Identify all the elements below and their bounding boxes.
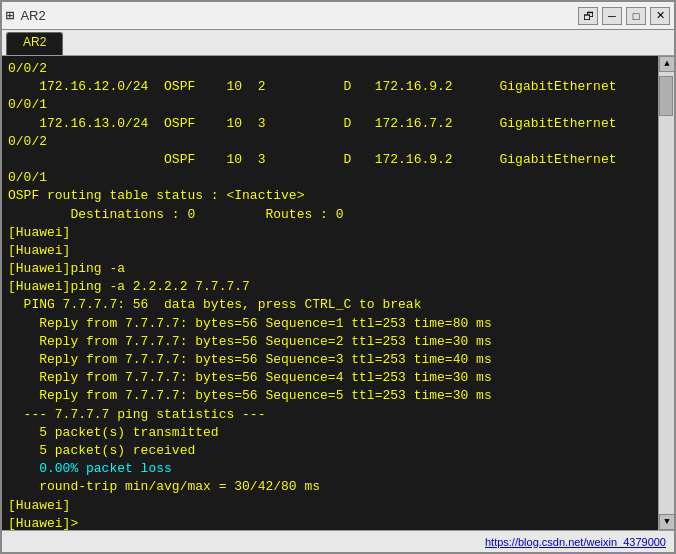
terminal-line: --- 7.7.7.7 ping statistics --- [8, 406, 652, 424]
terminal-line: 0/0/1 [8, 169, 652, 187]
status-bar: https://blog.csdn.net/weixin_4379000 [2, 530, 674, 552]
terminal-line: [Huawei]> [8, 515, 652, 530]
terminal-line: Reply from 7.7.7.7: bytes=56 Sequence=2 … [8, 333, 652, 351]
scroll-up-button[interactable]: ▲ [659, 56, 674, 72]
scroll-thumb[interactable] [659, 76, 673, 116]
title-bar: ⊞ AR2 🗗 ─ □ ✕ [2, 2, 674, 30]
maximize-button[interactable]: □ [626, 7, 646, 25]
terminal-line: Reply from 7.7.7.7: bytes=56 Sequence=4 … [8, 369, 652, 387]
terminal-line: Destinations : 0 Routes : 0 [8, 206, 652, 224]
scroll-track[interactable] [659, 72, 674, 514]
terminal-line: Reply from 7.7.7.7: bytes=56 Sequence=5 … [8, 387, 652, 405]
main-window: ⊞ AR2 🗗 ─ □ ✕ AR2 0/0/2 172.16.12.0/24 O… [0, 0, 676, 554]
app-icon: ⊞ [6, 7, 14, 24]
title-bar-left: ⊞ AR2 [6, 7, 46, 24]
scroll-down-button[interactable]: ▼ [659, 514, 674, 530]
close-button[interactable]: ✕ [650, 7, 670, 25]
terminal-line: 172.16.13.0/24 OSPF 10 3 D 172.16.7.2 Gi… [8, 115, 652, 133]
terminal-output[interactable]: 0/0/2 172.16.12.0/24 OSPF 10 2 D 172.16.… [2, 56, 658, 530]
terminal-line: [Huawei] [8, 242, 652, 260]
scrollbar[interactable]: ▲ ▼ [658, 56, 674, 530]
terminal-line: [Huawei]ping -a 2.2.2.2 7.7.7.7 [8, 278, 652, 296]
terminal-line: Reply from 7.7.7.7: bytes=56 Sequence=3 … [8, 351, 652, 369]
terminal-line: 0/0/1 [8, 96, 652, 114]
terminal-line: 0.00% packet loss [8, 460, 652, 478]
terminal-line: 0/0/2 [8, 133, 652, 151]
terminal-line: round-trip min/avg/max = 30/42/80 ms [8, 478, 652, 496]
title-bar-controls: 🗗 ─ □ ✕ [578, 7, 670, 25]
terminal-line: 0/0/2 [8, 60, 652, 78]
terminal-line: OSPF routing table status : <Inactive> [8, 187, 652, 205]
terminal-line: 172.16.12.0/24 OSPF 10 2 D 172.16.9.2 Gi… [8, 78, 652, 96]
terminal-line: 5 packet(s) transmitted [8, 424, 652, 442]
window-title: AR2 [20, 8, 45, 23]
terminal-wrapper: 0/0/2 172.16.12.0/24 OSPF 10 2 D 172.16.… [2, 56, 674, 530]
terminal-line: OSPF 10 3 D 172.16.9.2 GigabitEthernet [8, 151, 652, 169]
minimize-button[interactable]: ─ [602, 7, 622, 25]
restore-button[interactable]: 🗗 [578, 7, 598, 25]
terminal-line: [Huawei] [8, 497, 652, 515]
terminal-line: PING 7.7.7.7: 56 data bytes, press CTRL_… [8, 296, 652, 314]
tab-ar2[interactable]: AR2 [6, 32, 63, 55]
terminal-line: Reply from 7.7.7.7: bytes=56 Sequence=1 … [8, 315, 652, 333]
tab-bar: AR2 [2, 30, 674, 56]
terminal-line: [Huawei] [8, 224, 652, 242]
terminal-line: [Huawei]ping -a [8, 260, 652, 278]
terminal-line: 5 packet(s) received [8, 442, 652, 460]
status-link[interactable]: https://blog.csdn.net/weixin_4379000 [485, 536, 666, 548]
